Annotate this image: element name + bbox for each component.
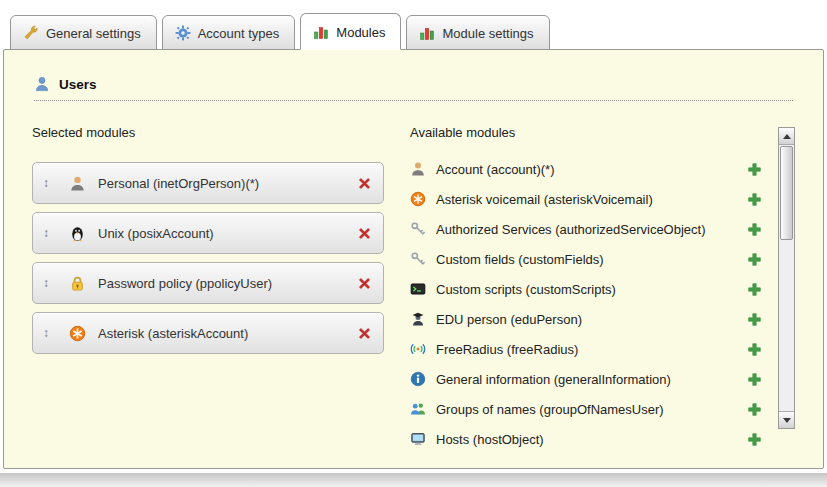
add-icon[interactable] <box>747 402 762 417</box>
modules-icon <box>313 24 329 40</box>
available-modules-heading: Available modules <box>410 125 778 140</box>
tab-module-settings[interactable]: Module settings <box>406 15 549 50</box>
available-module-label: Account (account)(*) <box>436 162 555 177</box>
gear-icon <box>175 25 191 41</box>
page: General settings Account types Modules M… <box>0 0 827 469</box>
drag-handle-icon[interactable]: ↕ <box>43 327 63 339</box>
tab-bar: General settings Account types Modules M… <box>0 13 827 49</box>
available-module-row: EDU person (eduPerson) <box>410 304 778 334</box>
drag-handle-icon[interactable]: ↕ <box>43 227 63 239</box>
monitor-icon <box>410 431 426 447</box>
available-module-row: Account (account)(*) <box>410 154 778 184</box>
available-module-label: Authorized Services (authorizedServiceOb… <box>436 222 706 237</box>
scroll-down-button[interactable] <box>779 411 794 428</box>
add-icon[interactable] <box>747 162 762 177</box>
available-module-label: General information (generalInformation) <box>436 372 671 387</box>
tab-label: Account types <box>198 26 280 41</box>
selected-module-row[interactable]: ↕ Password policy (ppolicyUser) <box>32 262 384 304</box>
triangle-down-icon <box>783 418 791 423</box>
tab-modules[interactable]: Modules <box>300 13 401 50</box>
columns: Selected modules ↕ Personal (inetOrgPers… <box>30 125 797 454</box>
asterisk-icon <box>69 325 86 342</box>
scroll-up-button[interactable] <box>779 128 794 145</box>
selected-module-label: Password policy (ppolicyUser) <box>98 276 272 291</box>
antenna-icon <box>410 341 426 357</box>
penguin-icon <box>69 225 86 242</box>
available-modules-column: Available modules Account (account)(*) <box>410 125 795 454</box>
users-section-header: Users <box>34 76 793 101</box>
available-module-row: FreeRadius (freeRadius) <box>410 334 778 364</box>
add-icon[interactable] <box>747 222 762 237</box>
tab-label: General settings <box>46 26 141 41</box>
drag-handle-icon[interactable]: ↕ <box>43 177 63 189</box>
delete-icon[interactable] <box>356 175 373 192</box>
keys-icon <box>410 221 426 237</box>
selected-modules-column: Selected modules ↕ Personal (inetOrgPers… <box>32 125 384 454</box>
available-module-row: Asterisk voicemail (asteriskVoicemail) <box>410 184 778 214</box>
group-icon <box>410 401 426 417</box>
available-module-label: Asterisk voicemail (asteriskVoicemail) <box>436 192 653 207</box>
selected-modules-heading: Selected modules <box>32 125 384 140</box>
selected-module-label: Asterisk (asteriskAccount) <box>98 326 248 341</box>
add-icon[interactable] <box>747 282 762 297</box>
add-icon[interactable] <box>747 252 762 267</box>
drag-handle-icon[interactable]: ↕ <box>43 277 63 289</box>
scrollbar-thumb[interactable] <box>780 146 793 240</box>
delete-icon[interactable] <box>356 225 373 242</box>
edu-person-icon <box>410 311 426 327</box>
scrollbar[interactable] <box>778 127 795 429</box>
add-icon[interactable] <box>747 372 762 387</box>
delete-icon[interactable] <box>356 275 373 292</box>
available-modules-list: Available modules Account (account)(*) <box>410 125 778 454</box>
delete-icon[interactable] <box>356 325 373 342</box>
tab-general-settings[interactable]: General settings <box>10 15 157 50</box>
tab-label: Module settings <box>442 26 533 41</box>
lock-icon <box>69 275 86 292</box>
add-icon[interactable] <box>747 432 762 447</box>
section-title: Users <box>59 77 97 92</box>
terminal-icon <box>410 281 426 297</box>
available-module-row: Hosts (hostObject) <box>410 424 778 454</box>
add-icon[interactable] <box>747 342 762 357</box>
selected-module-row[interactable]: ↕ Unix (posixAccount) <box>32 212 384 254</box>
user-icon <box>34 76 50 92</box>
bottom-shadow-band <box>0 473 827 487</box>
tab-label: Modules <box>336 25 385 40</box>
module-settings-icon <box>419 25 435 41</box>
asterisk-icon <box>410 191 426 207</box>
selected-module-row[interactable]: ↕ Asterisk (asteriskAccount) <box>32 312 384 354</box>
available-module-row: Authorized Services (authorizedServiceOb… <box>410 214 778 244</box>
available-module-label: Custom fields (customFields) <box>436 252 604 267</box>
modules-panel: Users Selected modules ↕ Personal (inetO… <box>3 49 824 469</box>
selected-module-row[interactable]: ↕ Personal (inetOrgPerson)(*) <box>32 162 384 204</box>
person-icon <box>69 175 86 192</box>
tab-account-types[interactable]: Account types <box>162 15 296 50</box>
available-module-label: Groups of names (groupOfNamesUser) <box>436 402 664 417</box>
selected-module-label: Personal (inetOrgPerson)(*) <box>98 176 259 191</box>
triangle-up-icon <box>783 134 791 139</box>
info-icon <box>410 371 426 387</box>
available-module-label: Custom scripts (customScripts) <box>436 282 616 297</box>
available-module-label: Hosts (hostObject) <box>436 432 544 447</box>
available-module-row: General information (generalInformation) <box>410 364 778 394</box>
available-module-row: Custom scripts (customScripts) <box>410 274 778 304</box>
tools-icon <box>23 25 39 41</box>
add-icon[interactable] <box>747 312 762 327</box>
available-module-row: Groups of names (groupOfNamesUser) <box>410 394 778 424</box>
selected-module-label: Unix (posixAccount) <box>98 226 214 241</box>
available-module-row: Custom fields (customFields) <box>410 244 778 274</box>
add-icon[interactable] <box>747 192 762 207</box>
keys-icon <box>410 251 426 267</box>
person-icon <box>410 161 426 177</box>
available-module-label: FreeRadius (freeRadius) <box>436 342 578 357</box>
scrollbar-track[interactable] <box>779 145 794 411</box>
available-module-label: EDU person (eduPerson) <box>436 312 582 327</box>
